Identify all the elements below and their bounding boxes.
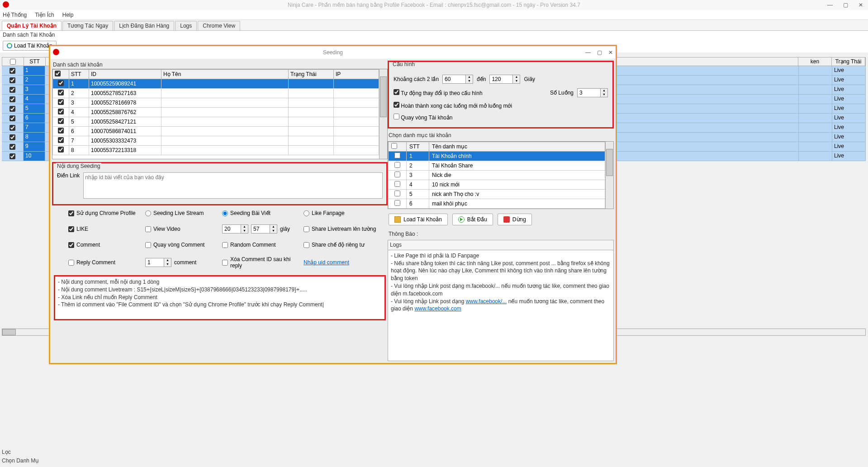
accounts-vscroll[interactable] xyxy=(379,69,387,159)
modal-app-icon xyxy=(53,49,59,55)
start-button[interactable]: Bắt Đầu xyxy=(452,214,493,225)
acct-col-status[interactable]: Trạng Thái xyxy=(289,70,334,79)
table-row[interactable]: 8100055372213318 xyxy=(53,146,379,155)
chk-view-video[interactable]: View Video xyxy=(145,226,222,232)
category-vscroll[interactable] xyxy=(605,142,613,209)
menu-utilities[interactable]: Tiện Ích xyxy=(35,12,54,18)
radio-bai-viet[interactable]: Seeding Bài Viết xyxy=(222,210,304,216)
tab-schedule[interactable]: Lịch Đăng Bán Hàng xyxy=(114,21,174,30)
config-label: Cấu hình xyxy=(393,61,415,67)
load-accounts-label: Load Tài Khoản xyxy=(14,43,52,49)
bg-col-token[interactable]: ken xyxy=(798,57,832,66)
acct-col-name[interactable]: Họ Tên xyxy=(161,70,289,79)
logs-panel: Logs - Like Page thì id phải là ID Fanpa… xyxy=(388,240,614,361)
tab-interact[interactable]: Tương Tác Ngay xyxy=(62,21,113,30)
spin-threads[interactable]: ▲▼ xyxy=(577,88,608,97)
category-table: STT Tên danh mục 1Tài Khoản chính2Tài Kh… xyxy=(388,141,614,209)
spin-interval-to[interactable]: ▲▼ xyxy=(489,75,520,84)
maximize-icon[interactable]: ▢ xyxy=(840,2,851,8)
config-box: Cấu hình Khoảng cách 2 lần ▲▼ đến ▲▼ Giâ… xyxy=(388,61,614,129)
sublabel-accounts: Danh sách Tài Khoản xyxy=(0,31,868,39)
tab-chrome[interactable]: Chrome View xyxy=(198,21,240,30)
chk-share-live[interactable]: Share Livetream lên tường xyxy=(304,226,394,232)
acct-col-id[interactable]: ID xyxy=(89,70,161,79)
accounts-table: STT ID Họ Tên Trạng Thái IP 110005525908… xyxy=(52,69,388,159)
notice-label: Thông Báo : xyxy=(388,230,614,238)
chk-auto-ip[interactable]: Tự động thay đổi ip theo cấu hình xyxy=(394,89,483,96)
options-grid: Sử dụng Chrome Profile Seeding Live Stre… xyxy=(52,205,388,273)
modal-titlebar: Seeding — ▢ ✕ xyxy=(50,46,616,59)
table-row[interactable]: 5100055258427121 xyxy=(53,117,379,127)
spin-video-to[interactable]: ▲▼ xyxy=(251,224,277,234)
minimize-icon[interactable]: — xyxy=(825,2,835,8)
chk-loop-account[interactable]: Quay vòng Tài khoản xyxy=(394,114,453,121)
spin-video-from[interactable]: ▲▼ xyxy=(222,224,248,234)
category-label: Chọn danh mục tài khoản xyxy=(388,131,614,139)
chk-loop-comment[interactable]: Quay vòng Comment xyxy=(145,242,222,248)
chk-random-comment[interactable]: Random Comment xyxy=(222,242,304,248)
chk-del-comment-id[interactable]: Xóa Comment ID sau khi reply xyxy=(222,256,304,269)
bg-footer: Lọc Chọn Danh Mụ xyxy=(2,448,39,465)
cat-col-stt[interactable]: STT xyxy=(407,142,429,152)
modal-maximize-icon[interactable]: ▢ xyxy=(597,49,602,56)
link-fb1[interactable]: www.facebook/... xyxy=(466,298,507,305)
stop-button[interactable]: Dừng xyxy=(498,214,532,225)
radio-live-stream[interactable]: Seeding Live Stream xyxy=(145,210,222,216)
tab-accounts[interactable]: Quản Lý Tài Khoản xyxy=(2,21,62,30)
table-row[interactable]: 6100070586874011 xyxy=(53,127,379,136)
table-row[interactable]: 1Tài Khoản chính xyxy=(389,152,605,161)
menu-help[interactable]: Help xyxy=(62,12,74,18)
chk-share-private[interactable]: Share chế độ riêng tư xyxy=(304,242,394,248)
close-icon[interactable]: ✕ xyxy=(855,2,866,8)
folder-icon xyxy=(394,216,401,223)
table-row[interactable]: 410 nick mới xyxy=(389,180,605,190)
table-row[interactable]: 7100055303332473 xyxy=(53,136,379,146)
tab-logs[interactable]: Logs xyxy=(175,21,197,30)
load-accounts-modal-button[interactable]: Load Tài Khoản xyxy=(389,214,448,225)
table-row[interactable]: 4100055258876762 xyxy=(53,108,379,117)
link-fb2[interactable]: www.facebook.com xyxy=(414,305,461,312)
stop-icon xyxy=(503,216,510,223)
bg-col-stt[interactable]: STT xyxy=(24,57,46,66)
action-buttons: Load Tài Khoản Bắt Đầu Dừng xyxy=(388,211,614,228)
cat-col-check[interactable] xyxy=(389,142,407,152)
threads-label: Số Luồng xyxy=(550,90,574,96)
play-icon xyxy=(458,216,465,223)
table-row[interactable]: 3Nick die xyxy=(389,171,605,180)
modal-minimize-icon[interactable]: — xyxy=(585,49,591,56)
chk-reply-comment[interactable]: Reply Comment xyxy=(68,259,145,266)
app-title: Ninja Care - Phần mềm bán hàng bằng Prof… xyxy=(288,2,580,8)
table-row[interactable]: 3100055278166978 xyxy=(53,98,379,108)
logs-header: Logs xyxy=(388,240,613,250)
seeding-content-label: Nội dung Seeding xyxy=(56,163,101,169)
seeding-content-box: Nội dung Seeding Điền Link xyxy=(52,162,388,205)
seeding-modal: Seeding — ▢ ✕ Danh sách tài khoản STT ID… xyxy=(49,45,617,364)
spin-interval-from[interactable]: ▲▼ xyxy=(442,75,473,84)
chk-chrome-profile[interactable]: Sử dụng Chrome Profile xyxy=(68,210,145,216)
table-row[interactable]: 2100055278527163 xyxy=(53,89,379,98)
acct-col-stt[interactable]: STT xyxy=(69,70,89,79)
table-row[interactable]: 6mail khôi phục xyxy=(389,199,605,209)
app-icon xyxy=(3,1,9,8)
chk-comment[interactable]: Comment xyxy=(68,242,145,248)
acct-col-check[interactable] xyxy=(53,70,69,79)
link-input[interactable] xyxy=(83,172,383,199)
comment-template-box[interactable]: - Nội dung comment, mỗi nội dung 1 dòng … xyxy=(54,275,386,320)
menu-system[interactable]: Hệ Thống xyxy=(3,12,27,18)
link-import-uid[interactable]: Nhập uid comment xyxy=(304,259,394,266)
accounts-list-label: Danh sách tài khoản xyxy=(52,61,388,69)
cat-col-name[interactable]: Tên danh mục xyxy=(429,142,605,152)
bg-col-check[interactable] xyxy=(2,57,24,66)
table-row[interactable]: 5nick anh Thọ cho :v xyxy=(389,190,605,199)
chk-finish-threads[interactable]: Hoàn thành xong các luồng mới mở luồng m… xyxy=(394,102,512,109)
chk-like[interactable]: LIKE xyxy=(68,226,145,232)
unit-label: Giây xyxy=(524,76,535,82)
modal-close-icon[interactable]: ✕ xyxy=(608,49,613,56)
bg-col-status[interactable]: Trạng Thái xyxy=(832,57,865,66)
radio-like-fanpage[interactable]: Like Fanpage xyxy=(304,210,394,216)
table-row[interactable]: 1100055259089241 xyxy=(53,79,379,89)
to-label: đến xyxy=(477,76,486,82)
table-row[interactable]: 2Tài Khoản Share xyxy=(389,161,605,171)
spin-reply-count[interactable]: ▲▼ xyxy=(145,258,171,267)
acct-col-ip[interactable]: IP xyxy=(334,70,379,79)
